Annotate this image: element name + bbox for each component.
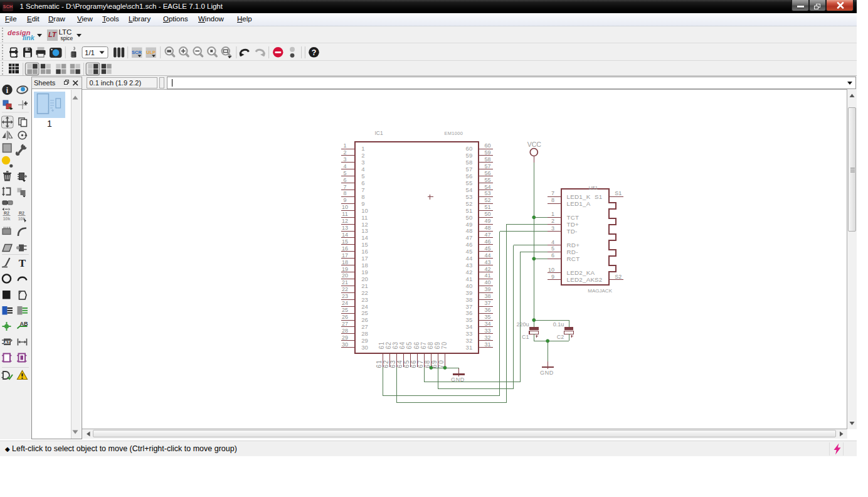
svg-text:R2: R2 — [4, 211, 9, 215]
svg-text:T: T — [19, 257, 26, 269]
svg-text:1/1: 1/1 — [85, 49, 95, 56]
svg-text:AT: AT — [4, 339, 11, 345]
svg-text:10k: 10k — [18, 216, 26, 221]
svg-text:?: ? — [312, 48, 317, 57]
svg-text:10k: 10k — [3, 216, 11, 221]
svg-text:AB: AB — [20, 321, 28, 327]
svg-text:R2: R2 — [19, 211, 24, 215]
svg-text:SCR: SCR — [132, 50, 142, 55]
svg-text:ULP: ULP — [146, 50, 156, 55]
